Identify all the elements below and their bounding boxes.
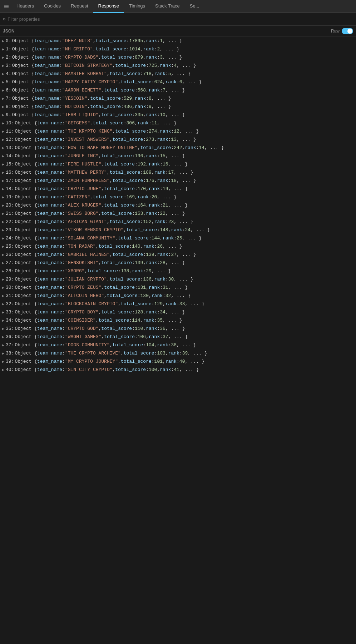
list-item[interactable]: ▶35: Object { team_name: "CRYPTO GOD", t… [0, 325, 356, 333]
expand-arrow: ▶ [2, 276, 4, 283]
svg-rect-0 [4, 5, 9, 6]
expand-arrow: ▶ [2, 38, 4, 45]
list-item[interactable]: ▶0: Object { team_name: "DEEZ NUTS", tot… [0, 37, 356, 45]
list-item[interactable]: ▶27: Object { team_name: "GENSOKISHI", t… [0, 259, 356, 267]
expand-arrow: ▶ [2, 178, 4, 185]
list-item[interactable]: ▶18: Object { team_name: "CRYPTO JUNE", … [0, 185, 356, 193]
list-item[interactable]: ▶25: Object { team_name: "TON RADAR", to… [0, 243, 356, 251]
list-item[interactable]: ▶19: Object { team_name: "CATIZEN", tota… [0, 193, 356, 202]
list-item[interactable]: ▶34: Object { team_name: "COINSIDER", to… [0, 317, 356, 325]
list-item[interactable]: ▶1: Object { team_name: "NH CRIPTO", tot… [0, 45, 356, 54]
list-item[interactable]: ▶23: Object { team_name: "VIKOR BENSON C… [0, 226, 356, 234]
expand-arrow: ▶ [2, 71, 4, 78]
json-content: ▶0: Object { team_name: "DEEZ NUTS", tot… [0, 36, 356, 375]
row-index: 27: [6, 259, 14, 267]
list-item[interactable]: ▶12: Object { team_name: "INVEST ANSWERS… [0, 136, 356, 144]
list-item[interactable]: ▶21: Object { team_name: "SWISS BORG", t… [0, 210, 356, 218]
json-label: JSON [3, 29, 15, 34]
raw-toggle[interactable]: Raw [331, 28, 353, 34]
expand-arrow: ▶ [2, 227, 4, 234]
row-index: 9: [6, 112, 11, 119]
tab-bar: Headers Cookies Request Response Timings… [0, 0, 356, 13]
list-item[interactable]: ▶10: Object { team_name: "GETGEMS", tota… [0, 119, 356, 128]
expand-arrow: ▶ [2, 210, 4, 218]
list-item[interactable]: ▶33: Object { team_name: "CRYPTO BOY", t… [0, 308, 356, 317]
row-index: 10: [6, 120, 14, 127]
row-index: 31: [6, 292, 14, 299]
row-index: 19: [6, 194, 14, 201]
tab-timings[interactable]: Timings [124, 0, 150, 13]
row-index: 35: [6, 325, 14, 332]
list-item[interactable]: ▶29: Object { team_name: "JULIAN CRYPTO"… [0, 276, 356, 284]
raw-switch[interactable] [342, 28, 353, 34]
row-index: 2: [6, 54, 11, 61]
row-index: 24: [6, 235, 14, 242]
tab-response[interactable]: Response [93, 0, 124, 13]
list-item[interactable]: ▶3: Object { team_name: "BITCOIN STRATEG… [0, 62, 356, 70]
tab-request[interactable]: Request [66, 0, 93, 13]
row-index: 11: [6, 128, 14, 135]
row-index: 37: [6, 342, 14, 349]
expand-arrow: ▶ [2, 79, 4, 86]
list-item[interactable]: ▶4: Object { team_name: "HAMSTER KOMBAT"… [0, 70, 356, 78]
expand-arrow: ▶ [2, 235, 4, 242]
expand-arrow: ▶ [2, 194, 4, 201]
list-item[interactable]: ▶40: Object { team_name: "SIN CITY CRYPT… [0, 366, 356, 374]
json-header: JSON Raw [0, 26, 356, 36]
filter-input[interactable] [8, 16, 353, 22]
tab-stack-trace[interactable]: Stack Trace [150, 0, 185, 13]
toggle-knob [347, 29, 352, 34]
list-item[interactable]: ▶31: Object { team_name: "ALTCOIN HERO",… [0, 292, 356, 300]
row-index: 12: [6, 136, 14, 143]
list-item[interactable]: ▶28: Object { team_name: "XBORG", total_… [0, 267, 356, 276]
expand-arrow: ▶ [2, 293, 4, 300]
expand-arrow: ▶ [2, 301, 4, 308]
list-item[interactable]: ▶22: Object { team_name: "AFRICAN GIANT"… [0, 218, 356, 226]
panel-toggle[interactable] [1, 0, 11, 13]
list-item[interactable]: ▶7: Object { team_name: "YESCOIN", total… [0, 95, 356, 103]
list-item[interactable]: ▶17: Object { team_name: "ZACH HUMPHRIES… [0, 177, 356, 185]
list-item[interactable]: ▶20: Object { team_name: "ALEX KRUGER", … [0, 202, 356, 210]
list-item[interactable]: ▶8: Object { team_name: "NOTCOIN", total… [0, 103, 356, 111]
list-item[interactable]: ▶32: Object { team_name: "BLOCKCHAIN CRY… [0, 300, 356, 308]
expand-arrow: ▶ [2, 169, 4, 177]
list-item[interactable]: ▶13: Object { team_name: "HOW TO MAKE MO… [0, 144, 356, 152]
expand-arrow: ▶ [2, 202, 4, 209]
list-item[interactable]: ▶15: Object { team_name: "FIRE HUSTLE", … [0, 160, 356, 169]
list-item[interactable]: ▶16: Object { team_name: "MATTHEW PERRY"… [0, 169, 356, 177]
list-item[interactable]: ▶9: Object { team_name: "TEAM LIQUID", t… [0, 111, 356, 119]
row-index: 15: [6, 161, 14, 168]
expand-arrow: ▶ [2, 358, 4, 366]
list-item[interactable]: ▶36: Object { team_name: "WAGMI GAMES", … [0, 333, 356, 341]
tab-cookies[interactable]: Cookies [39, 0, 66, 13]
row-index: 29: [6, 276, 14, 283]
list-item[interactable]: ▶6: Object { team_name: "AARON BENETT", … [0, 86, 356, 95]
row-index: 21: [6, 210, 14, 217]
list-item[interactable]: ▶37: Object { team_name: "DOGS COMMUNITY… [0, 341, 356, 350]
list-item[interactable]: ▶2: Object { team_name: "CRYPTO DADS", t… [0, 54, 356, 62]
row-index: 33: [6, 309, 14, 316]
tab-headers[interactable]: Headers [11, 0, 39, 13]
row-index: 18: [6, 185, 14, 193]
list-item[interactable]: ▶26: Object { team_name: "GABRIEL HAINES… [0, 251, 356, 259]
row-index: 30: [6, 284, 14, 291]
expand-arrow: ▶ [2, 309, 4, 316]
row-index: 26: [6, 251, 14, 258]
row-index: 28: [6, 268, 14, 275]
list-item[interactable]: ▶30: Object { team_name: "CRYPTO ZEUS", … [0, 284, 356, 292]
row-index: 3: [6, 62, 11, 69]
row-index: 5: [6, 79, 11, 86]
row-index: 20: [6, 202, 14, 209]
raw-label: Raw [331, 29, 340, 34]
row-index: 16: [6, 169, 14, 176]
list-item[interactable]: ▶38: Object { team_name: "THE CRYPTO ARC… [0, 350, 356, 358]
list-item[interactable]: ▶39: Object { team_name: "MY CRYPTO JOUR… [0, 358, 356, 366]
list-item[interactable]: ▶24: Object { team_name: "SOLANA COMMUNI… [0, 234, 356, 243]
tab-se[interactable]: Se... [185, 0, 204, 13]
expand-arrow: ▶ [2, 95, 4, 103]
expand-arrow: ▶ [2, 326, 4, 333]
filter-bar: ⚙ [0, 13, 356, 26]
list-item[interactable]: ▶14: Object { team_name: "JUNGLE INC", t… [0, 152, 356, 160]
list-item[interactable]: ▶5: Object { team_name: "HAPPY CATTY CRY… [0, 78, 356, 86]
list-item[interactable]: ▶11: Object { team_name: "THE KRYPTO KIN… [0, 128, 356, 136]
